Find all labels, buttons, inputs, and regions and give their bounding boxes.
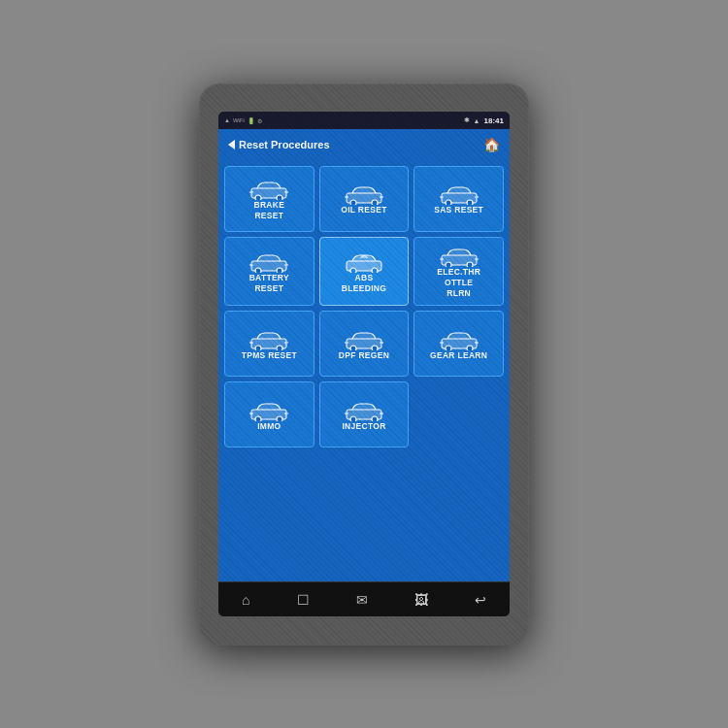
back-button[interactable]: Reset Procedures [228,139,330,150]
immo-label: IMMO [257,421,281,432]
bluetooth-icon: ✱ [464,116,470,124]
injector-label: INJECTOR [342,421,385,432]
screen: ▲ WiFi 🔋 ⚙ ✱ ▲ 18:41 Reset Procedures 🏠 [218,112,510,616]
car-icon [343,329,385,350]
brake-reset-label: BRAKE RESET [253,200,284,221]
bottom-navigation: ⌂ ☐ ✉ 🖼 ↩ [218,581,510,616]
status-bar: ▲ WiFi 🔋 ⚙ ✱ ▲ 18:41 [218,112,510,129]
tablet-device: ▲ WiFi 🔋 ⚙ ✱ ▲ 18:41 Reset Procedures 🏠 [199,83,529,645]
car-icon [438,329,480,350]
menu-button[interactable]: ✉ [348,588,376,612]
tpms-reset-label: TPMS RESET [242,350,297,361]
car-icon [248,179,290,200]
tpms-reset-button[interactable]: TPMS RESET [224,311,314,377]
sas-reset-label: SAS RESET [434,205,483,215]
car-icon [438,183,480,205]
car-icon [343,400,385,421]
status-right: ✱ ▲ 18:41 [464,116,504,125]
recent-apps-button[interactable]: ☐ [289,588,317,612]
sas-reset-button[interactable]: SAS RESET [414,166,504,232]
status-icons-left: ▲ WiFi 🔋 ⚙ [224,117,262,124]
reset-procedures-grid: BRAKE RESET OIL RESET [224,166,504,447]
car-icon [438,246,480,267]
screenshot-button[interactable]: 🖼 [407,588,436,612]
dpf-regen-label: DPF REGEN [339,350,389,361]
abs-bleeding-label: ABS BLEEDING [342,273,386,294]
back-nav-button[interactable]: ↩ [467,588,494,612]
home-nav-button[interactable]: ⌂ [234,588,257,612]
content-area: BRAKE RESET OIL RESET [218,160,510,581]
oil-reset-button[interactable]: OIL RESET [319,166,410,232]
car-icon [343,251,385,273]
car-icon [343,183,385,205]
car-icon [248,329,290,350]
nav-title: Reset Procedures [239,139,330,150]
gear-learn-button[interactable]: GEAR LEARN [414,311,504,377]
gear-learn-label: GEAR LEARN [430,350,487,361]
dpf-regen-button[interactable]: DPF REGEN [319,311,410,377]
brake-reset-button[interactable]: BRAKE RESET [224,166,314,232]
elec-throttle-label: ELEC.THR OTTLE RLRN [437,267,480,299]
oil-reset-label: OIL RESET [341,205,386,215]
car-icon [248,400,290,421]
battery-reset-label: BATTERY RESET [249,273,289,294]
car-icon [248,251,290,273]
immo-button[interactable]: IMMO [224,381,314,447]
battery-reset-button[interactable]: BATTERY RESET [224,237,314,306]
signal-icon: ▲ [474,117,480,124]
home-button[interactable]: 🏠 [483,137,500,152]
time-display: 18:41 [484,116,504,125]
nav-bar: Reset Procedures 🏠 [218,129,510,160]
injector-button[interactable]: INJECTOR [319,381,410,447]
back-arrow-icon [228,140,235,149]
abs-bleeding-button[interactable]: ABS BLEEDING [319,237,410,306]
elec-throttle-button[interactable]: ELEC.THR OTTLE RLRN [414,237,504,306]
